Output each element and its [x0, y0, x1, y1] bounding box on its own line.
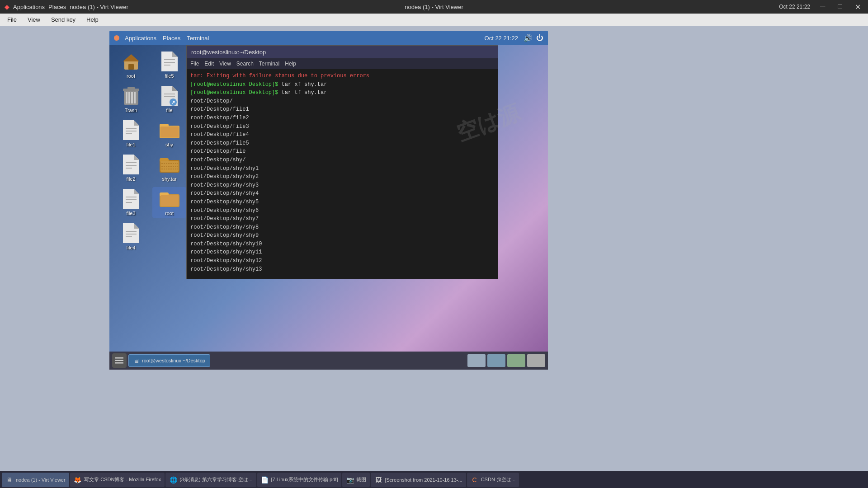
- vm-icons-right: 🔊 ⏻: [524, 34, 543, 42]
- host-taskbar-screenshot[interactable]: 📷 截图: [342, 473, 370, 487]
- close-button[interactable]: ✕: [852, 2, 863, 12]
- host-taskbar-pdf[interactable]: 📄 [7.Linux系统中的文件传输.pdf]: [257, 473, 342, 487]
- menu-file[interactable]: File: [3, 15, 21, 24]
- desktop-icon-file-link[interactable]: ↗ file: [152, 84, 186, 115]
- host-taskbar-3msgs[interactable]: 🌐 (3条消息) 第六章学习博客-空は...: [165, 473, 256, 487]
- svg-marker-22: [134, 120, 139, 126]
- msgs-label: (3条消息) 第六章学习博客-空は...: [179, 476, 252, 483]
- terminal-line: [root@westoslinux Desktop]$ tar xf shy.t…: [190, 80, 494, 89]
- terminal-line: root/Desktop/file2: [190, 114, 494, 122]
- vm-places[interactable]: Places: [163, 35, 180, 42]
- term-menu-view[interactable]: View: [219, 61, 231, 67]
- desktop-icon-shy-tar[interactable]: shy.tar: [152, 153, 186, 183]
- svg-rect-10: [128, 92, 130, 103]
- desktop-icon-file4[interactable]: file4: [114, 221, 148, 252]
- terminal-line: root/Desktop/shy/shy2: [190, 173, 494, 181]
- titlebar-places[interactable]: Places: [48, 4, 66, 10]
- icon-row-3: file1 shy: [114, 118, 186, 149]
- icon-label-root-folder: root: [165, 211, 174, 216]
- term-menu-file[interactable]: File: [190, 61, 199, 67]
- vm-terminal[interactable]: Terminal: [187, 35, 209, 42]
- root-folder-icon: [160, 189, 179, 209]
- terminal-line: root/Desktop/shy/shy6: [190, 206, 494, 215]
- terminal-line: root/Desktop/shy/shy7: [190, 215, 494, 223]
- host-taskbar-virt-viewer[interactable]: 🖥 nodea (1) - Virt Viewer: [2, 473, 69, 487]
- terminal-line: [root@westoslinux Desktop]$ tar tf shy.t…: [190, 89, 494, 97]
- vm-audio-icon[interactable]: 🔊: [524, 34, 533, 42]
- icon-label-shy: shy: [165, 142, 173, 147]
- icon-row-2: Trash ↗: [114, 84, 186, 115]
- vm-thumb-2[interactable]: [487, 354, 505, 367]
- app-icon: ◆: [5, 3, 9, 10]
- maximize-button[interactable]: □: [835, 2, 845, 12]
- title-bar-center: nodea (1) - Virt Viewer: [405, 4, 463, 10]
- icon-row-5: file3 root: [114, 187, 186, 218]
- vm-taskbar-terminal-icon: 🖥: [133, 357, 139, 364]
- icon-label-file3: file3: [126, 211, 135, 216]
- file1-icon: [121, 120, 141, 140]
- icon-label-root-home: root: [127, 73, 135, 79]
- terminal-title-bar: root@westoslinux:~/Desktop: [187, 46, 498, 58]
- screenshot-icon: 📷: [346, 476, 354, 484]
- vm-thumb-1[interactable]: [467, 354, 486, 367]
- terminal-line: root/Desktop/shy/shy8: [190, 223, 494, 232]
- icon-label-file2: file2: [126, 176, 135, 182]
- host-taskbar-firefox[interactable]: 🦊 写文章-CSDN博客 - Mozilla Firefox: [70, 473, 165, 487]
- desktop-icon-file3[interactable]: file3: [114, 187, 148, 218]
- firefox-label: 写文章-CSDN博客 - Mozilla Firefox: [84, 476, 161, 483]
- term-menu-terminal[interactable]: Terminal: [259, 61, 279, 67]
- vm-power-icon[interactable]: ⏻: [536, 34, 543, 42]
- desktop-icon-root-home[interactable]: root: [114, 50, 148, 80]
- host-taskbar-screenshot2[interactable]: 🖼 [Screenshot from 2021-10-16 13-...: [371, 473, 466, 487]
- file3-icon: [121, 189, 141, 209]
- vm-taskbar-terminal-task[interactable]: 🖥 root@westoslinux:~/Desktop: [128, 354, 210, 367]
- title-bar: ◆ Applications Places nodea (1) - Virt V…: [0, 0, 868, 14]
- terminal-body[interactable]: tar: Exiting with failure status due to …: [187, 69, 498, 279]
- menu-view[interactable]: View: [23, 15, 45, 24]
- csdn-icon: C: [471, 476, 479, 484]
- pdf-icon: 📄: [261, 476, 269, 484]
- vm-top-bar-items: Applications Places Terminal: [125, 35, 209, 42]
- desktop-icon-shy[interactable]: shy: [152, 118, 186, 149]
- icon-label-file1: file1: [126, 142, 135, 147]
- screenshot2-label: [Screenshot from 2021-10-16 13-...: [385, 477, 462, 483]
- terminal-line: root/Desktop/shy/shy5: [190, 198, 494, 206]
- icon-label-file-link: file: [166, 108, 172, 113]
- terminal-line: root/Desktop/shy/: [190, 156, 494, 164]
- desktop-icon-file1[interactable]: file1: [114, 118, 148, 149]
- firefox-icon: 🦊: [74, 476, 82, 484]
- vm-taskbar-terminal-label: root@westoslinux:~/Desktop: [142, 358, 205, 363]
- menu-send-key[interactable]: Send key: [47, 15, 80, 24]
- svg-rect-2: [128, 64, 134, 70]
- vm-applications[interactable]: Applications: [125, 35, 156, 42]
- terminal-line: root/Desktop/file4: [190, 131, 494, 139]
- host-taskbar-csdn[interactable]: C CSDN @空は...: [467, 473, 519, 487]
- menu-help[interactable]: Help: [82, 15, 103, 24]
- desktop-icon-file2[interactable]: file2: [114, 153, 148, 183]
- screenshot-label: 截图: [356, 476, 366, 483]
- icon-row-1: root file5: [114, 50, 186, 80]
- titlebar-applications[interactable]: Applications: [13, 4, 45, 10]
- svg-rect-12: [134, 92, 136, 103]
- terminal-line: root/Desktop/shy/shy9: [190, 231, 494, 240]
- term-menu-search[interactable]: Search: [236, 61, 254, 67]
- vm-taskbar-apps-button[interactable]: [112, 353, 127, 368]
- main-content: Applications Places Terminal Oct 22 21:2…: [0, 26, 868, 488]
- minimize-button[interactable]: ─: [817, 2, 828, 12]
- svg-text:↗: ↗: [171, 100, 175, 105]
- desktop-icon-root-folder[interactable]: root: [152, 187, 186, 218]
- vm-thumb-3[interactable]: [507, 354, 525, 367]
- desktop-icon-trash[interactable]: Trash: [114, 84, 148, 115]
- term-menu-edit[interactable]: Edit: [204, 61, 214, 67]
- csdn-label: CSDN @空は...: [481, 476, 516, 483]
- vm-top-bar: Applications Places Terminal Oct 22 21:2…: [109, 31, 548, 45]
- terminal-line: tar: Exiting with failure status due to …: [190, 72, 494, 80]
- file5-icon: [160, 52, 179, 71]
- svg-rect-54: [115, 357, 123, 359]
- trash-icon: [121, 86, 141, 106]
- desktop-icon-file5[interactable]: file5: [152, 50, 186, 80]
- vm-thumb-4[interactable]: [527, 354, 545, 367]
- title-bar-right: Oct 22 21:22 ─ □ ✕: [779, 2, 863, 12]
- icon-row-6: file4: [114, 221, 186, 252]
- term-menu-help[interactable]: Help: [285, 61, 296, 67]
